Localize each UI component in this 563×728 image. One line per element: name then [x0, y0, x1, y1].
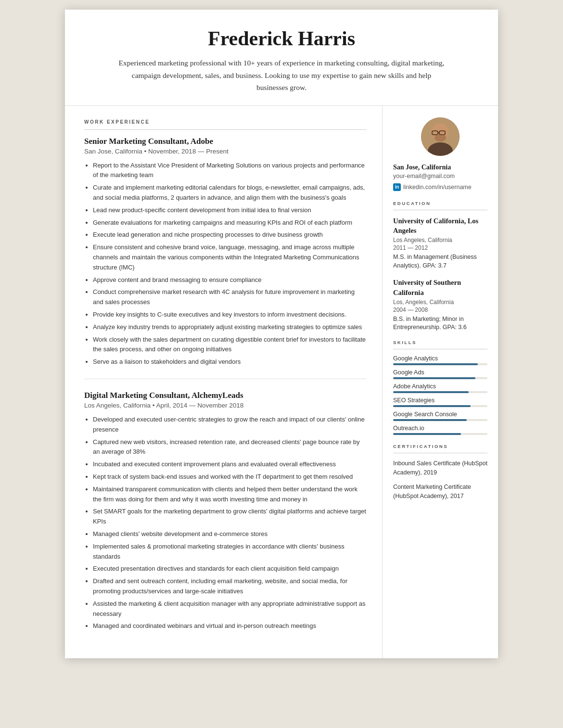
skill-bar-bg-4: [393, 405, 487, 407]
skill-item-2: Google Ads: [393, 369, 487, 379]
sidebar: San Jose, California your-email@gmail.co…: [383, 106, 498, 522]
edu-location-1: Los Angeles, California: [393, 237, 487, 243]
skill-name-6: Outreach.io: [393, 425, 487, 432]
body-section: WORK EXPERIENCE Senior Marketing Consult…: [65, 106, 498, 658]
bullet-item: Provide key insights to C-suite executiv…: [93, 310, 367, 320]
job-title-2: Digital Marketing Consultant, AlchemyLea…: [84, 391, 367, 400]
job-meta-1: San Jose, California • November, 2018 — …: [84, 148, 367, 155]
skill-bar-fill-6: [393, 433, 461, 435]
bullet-item: Lead new product-specific content develo…: [93, 205, 367, 216]
bullet-item: Set SMART goals for the marketing depart…: [93, 507, 367, 527]
bullet-item: Serve as a liaison to stakeholders and d…: [93, 357, 367, 367]
bullet-item: Kept track of system back-end issues and…: [93, 472, 367, 482]
contact-info: San Jose, California your-email@gmail.co…: [393, 164, 487, 191]
job-dot-1: •: [144, 148, 148, 155]
work-experience-label: WORK EXPERIENCE: [84, 119, 367, 125]
skill-bar-bg-3: [393, 391, 487, 393]
bullet-item: Captured new web visitors, increased ret…: [93, 437, 367, 458]
bullet-item: Managed clients' website development and…: [93, 529, 367, 539]
skills-label: SKILLS: [393, 340, 487, 345]
avatar-container: [393, 117, 487, 156]
bullet-item: Report to the Assistant Vice President o…: [93, 161, 367, 181]
skill-item-1: Google Analytics: [393, 355, 487, 365]
bullet-item: Implemented sales & promotional marketin…: [93, 542, 367, 562]
skill-bar-bg-1: [393, 363, 487, 365]
skill-bar-bg-2: [393, 377, 487, 379]
edu-block-1: University of California, Los Angeles Lo…: [393, 216, 487, 270]
bullet-item: Executed presentation directives and sta…: [93, 564, 367, 574]
job-title-1: Senior Marketing Consultant, Adobe: [84, 137, 367, 146]
cert-block-1: Inbound Sales Certificate (HubSpot Acade…: [393, 459, 487, 477]
avatar-svg: [421, 117, 460, 156]
bullet-item: Approve content and brand messaging to e…: [93, 275, 367, 285]
edu-school-2: University of Southern California: [393, 278, 487, 297]
edu-school-1: University of California, Los Angeles: [393, 216, 487, 236]
job-dates-1: November, 2018 — Present: [148, 148, 229, 155]
cert-text-2: Content Marketing Certificate (HubSpot A…: [393, 483, 487, 501]
skill-bar-fill-1: [393, 363, 478, 365]
bullet-item: Analyze key industry trends to appropria…: [93, 322, 367, 332]
contact-linkedin: in linkedin.com/in/username: [393, 183, 487, 191]
bullet-item: Incubated and executed content improveme…: [93, 460, 367, 470]
bullet-item: Maintained transparent communication wit…: [93, 485, 367, 505]
candidate-name: Frederick Harris: [94, 27, 469, 50]
edu-degree-2: B.S. in Marketing; Minor in Entrepreneur…: [393, 315, 487, 332]
contact-location: San Jose, California: [393, 164, 487, 171]
job-location-2: Los Angeles, California: [84, 402, 151, 409]
skill-name-3: Adobe Analytics: [393, 383, 487, 390]
skills-divider: [393, 349, 487, 349]
skill-bar-fill-4: [393, 405, 471, 407]
edu-years-1: 2011 — 2012: [393, 244, 487, 251]
edu-location-2: Los, Angeles, California: [393, 299, 487, 306]
bullet-item: Ensure consistent and cohesive brand voi…: [93, 243, 367, 272]
bullet-item: Work closely with the sales department o…: [93, 335, 367, 355]
skill-item-6: Outreach.io: [393, 425, 487, 435]
job-dot-2: •: [153, 402, 156, 409]
edu-years-2: 2004 — 2008: [393, 307, 487, 313]
education-divider: [393, 210, 487, 210]
skill-bar-fill-2: [393, 377, 475, 379]
bullet-item: Execute lead generation and niche prospe…: [93, 230, 367, 240]
edu-block-2: University of Southern California Los, A…: [393, 278, 487, 332]
skill-item-4: SEO Strategies: [393, 397, 487, 407]
skill-name-5: Google Search Console: [393, 411, 487, 418]
skill-item-3: Adobe Analytics: [393, 383, 487, 393]
job-separator: [84, 379, 367, 379]
certifications-section: CERTIFICATIONS Inbound Sales Certificate…: [393, 444, 487, 501]
certifications-label: CERTIFICATIONS: [393, 444, 487, 449]
resume-document: Frederick Harris Experienced marketing p…: [65, 10, 498, 658]
skill-bar-fill-3: [393, 391, 469, 393]
job-block-1: Senior Marketing Consultant, Adobe San J…: [84, 137, 367, 367]
main-content: WORK EXPERIENCE Senior Marketing Consult…: [65, 106, 383, 658]
header-section: Frederick Harris Experienced marketing p…: [65, 10, 498, 106]
avatar: [421, 117, 460, 156]
job-bullets-1: Report to the Assistant Vice President o…: [84, 161, 367, 367]
skill-bar-fill-5: [393, 419, 467, 421]
job-location-1: San Jose, California: [84, 148, 142, 155]
job-dates-2: April, 2014 — November 2018: [156, 402, 244, 409]
svg-point-6: [435, 134, 446, 141]
bullet-item: Generate evaluations for marketing campa…: [93, 218, 367, 228]
education-label: EDUCATION: [393, 201, 487, 206]
bullet-item: Curate and implement marketing editorial…: [93, 183, 367, 203]
skill-bar-bg-6: [393, 433, 487, 435]
skill-name-4: SEO Strategies: [393, 397, 487, 404]
header-summary: Experienced marketing professional with …: [118, 57, 445, 94]
bullet-item: Assisted the marketing & client acquisit…: [93, 599, 367, 619]
job-meta-2: Los Angeles, California • April, 2014 — …: [84, 402, 367, 409]
certifications-divider: [393, 453, 487, 453]
linkedin-icon: in: [393, 183, 401, 191]
bullet-item: Conduct comprehensive market research wi…: [93, 287, 367, 307]
skill-name-2: Google Ads: [393, 369, 487, 376]
job-block-2: Digital Marketing Consultant, AlchemyLea…: [84, 391, 367, 631]
job-bullets-2: Developed and executed user-centric stra…: [84, 415, 367, 631]
linkedin-url: linkedin.com/in/username: [403, 184, 472, 191]
bullet-item: Drafted and sent outreach content, inclu…: [93, 576, 367, 597]
edu-degree-1: M.S. in Management (Business Analytics).…: [393, 253, 487, 270]
contact-email: your-email@gmail.com: [393, 173, 487, 179]
bullet-item: Developed and executed user-centric stra…: [93, 415, 367, 435]
skill-item-5: Google Search Console: [393, 411, 487, 421]
skill-name-1: Google Analytics: [393, 355, 487, 362]
skill-bar-bg-5: [393, 419, 487, 421]
skills-section: SKILLS Google Analytics Google Ads Adobe…: [393, 340, 487, 435]
